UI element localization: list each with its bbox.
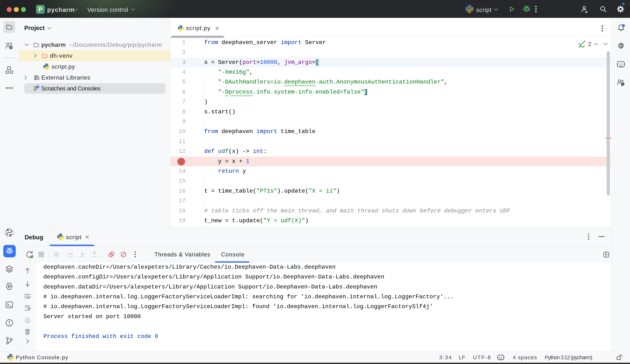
- svg-text:?: ?: [10, 46, 12, 49]
